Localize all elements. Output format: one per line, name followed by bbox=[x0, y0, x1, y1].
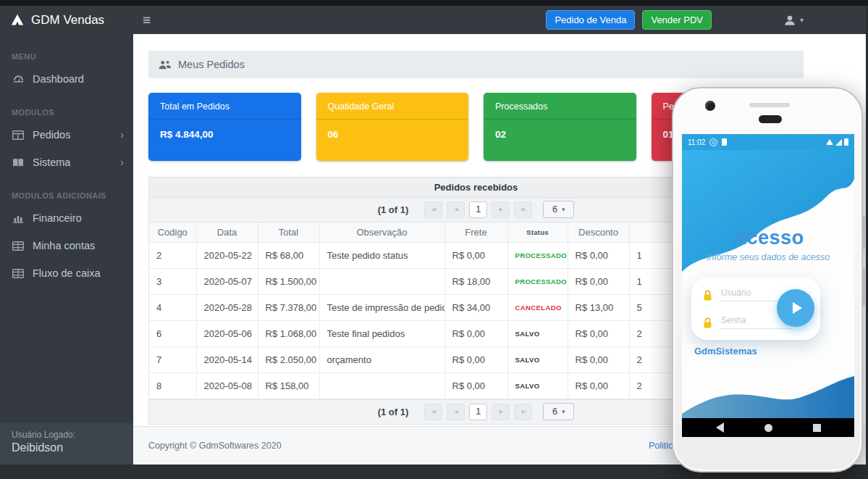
table-cell: R$ 0,00 bbox=[444, 373, 507, 399]
column-header-codigo: Codigo bbox=[149, 222, 196, 243]
table-cell: R$ 68,00 bbox=[258, 243, 319, 269]
column-header-observa-o: Observação bbox=[319, 222, 444, 243]
phone-camera bbox=[705, 101, 715, 111]
sidebar-item-financeiro[interactable]: Financeiro bbox=[0, 204, 133, 232]
logged-user-panel: Usuário Logado: Deibidson bbox=[0, 423, 133, 465]
android-back-button[interactable] bbox=[716, 422, 724, 433]
lock-icon bbox=[703, 317, 712, 329]
sidebar-item-label: Sistema bbox=[33, 157, 70, 168]
paginator-label: (1 of 1) bbox=[378, 204, 409, 215]
stat-card-title: Processados bbox=[484, 93, 636, 120]
table-cell: CANCELADO bbox=[507, 295, 568, 321]
copyright-text: Copyright © GdmSoftwares 2020 bbox=[148, 441, 282, 451]
table-cell: R$ 2.050,00 bbox=[258, 347, 319, 373]
sidebar-item-label: Pedidos bbox=[33, 129, 70, 141]
column-header-data: Data bbox=[196, 222, 258, 243]
users-icon bbox=[159, 59, 172, 70]
sidebar-item-dashboard[interactable]: Dashboard bbox=[0, 65, 133, 93]
phone-screen: 11:02 G Acesso Informe seus dados de ace… bbox=[682, 134, 854, 437]
table-cell: 2020-05-28 bbox=[196, 295, 258, 321]
page-last-button[interactable]: ▶| bbox=[514, 404, 532, 420]
login-submit-button[interactable] bbox=[777, 289, 814, 327]
bottom-wave-graphic bbox=[682, 376, 854, 418]
page-title: Meus Pedidos bbox=[178, 59, 245, 70]
table-cell: 2020-05-14 bbox=[196, 347, 258, 373]
table-cell: 6 bbox=[149, 321, 196, 347]
chevron-down-icon: ▾ bbox=[562, 206, 565, 213]
table-cell bbox=[319, 269, 444, 295]
chevron-down-icon: ▾ bbox=[800, 16, 804, 24]
signal-icon bbox=[835, 139, 842, 146]
play-icon bbox=[793, 302, 802, 314]
gdm-logo-icon bbox=[9, 12, 25, 28]
table-cell: R$ 0,00 bbox=[568, 373, 629, 399]
phone-mockup: 11:02 G Acesso Informe seus dados de ace… bbox=[672, 87, 863, 472]
page-size-select[interactable]: 6▾ bbox=[543, 403, 574, 420]
table-cell: R$ 18,00 bbox=[444, 269, 507, 295]
pedido-de-venda-button[interactable]: Pedido de Venda bbox=[546, 10, 635, 30]
sidebar-item-minha-contas[interactable]: Minha contas bbox=[0, 232, 133, 259]
page-prev-button[interactable]: ◀ bbox=[447, 201, 465, 218]
acesso-title: Acesso bbox=[682, 227, 854, 249]
hamburger-menu-icon[interactable]: ≡ bbox=[143, 13, 151, 27]
grid-icon bbox=[12, 269, 25, 278]
stat-card-value: 06 bbox=[316, 120, 469, 149]
logged-user-name: Deibidson bbox=[12, 441, 122, 454]
table-cell: R$ 13,00 bbox=[568, 295, 629, 321]
table-icon bbox=[12, 130, 25, 140]
sidebar-item-label: Fluxo de caixa bbox=[33, 267, 101, 279]
logged-user-label: Usuário Logado: bbox=[12, 430, 122, 440]
user-icon bbox=[783, 13, 797, 28]
vender-pdv-button[interactable]: Vender PDV bbox=[642, 10, 712, 30]
page-next-button[interactable]: ▶ bbox=[492, 404, 510, 420]
chevron-right-icon: › bbox=[120, 157, 124, 168]
android-recents-button[interactable] bbox=[813, 424, 821, 432]
page-next-button[interactable]: ▶ bbox=[492, 201, 510, 218]
table-cell: Teste de impressão de pedido bbox=[319, 295, 444, 321]
table-cell: R$ 0,00 bbox=[444, 321, 507, 347]
sidebar-section-header: MODULOS ADICIONAIS bbox=[0, 183, 133, 204]
table-cell: 2020-05-06 bbox=[196, 321, 258, 347]
g-notification-icon: G bbox=[709, 138, 717, 146]
sidebar-section-header: MENU bbox=[0, 44, 133, 65]
phone-speaker bbox=[749, 103, 790, 107]
sidebar-section-header: MODULOS bbox=[0, 100, 133, 121]
top-navbar: GDM Vendas ≡ Pedido de VendaVender PDV ▾ bbox=[0, 6, 866, 34]
phone-volume-button bbox=[862, 268, 865, 306]
sidebar-item-fluxo-de-caixa[interactable]: Fluxo de caixa bbox=[0, 259, 133, 287]
page-size-select[interactable]: 6▾ bbox=[543, 201, 574, 218]
column-header-desconto: Desconto bbox=[568, 222, 629, 243]
chevron-right-icon: › bbox=[120, 129, 124, 141]
page-size-value: 6 bbox=[552, 407, 557, 417]
stat-card-2: Quatidade Geral06 bbox=[316, 93, 469, 161]
sidebar-item-pedidos[interactable]: Pedidos› bbox=[0, 121, 133, 149]
table-cell: 7 bbox=[149, 347, 196, 373]
status-time: 11:02 bbox=[688, 138, 705, 146]
page-number-button[interactable]: 1 bbox=[469, 201, 487, 218]
chart-icon bbox=[12, 214, 25, 223]
stat-card-title: Quatidade Geral bbox=[316, 93, 469, 120]
table-cell: R$ 7.378,00 bbox=[258, 295, 319, 321]
table-cell: Teste pedido status bbox=[319, 243, 444, 269]
android-home-button[interactable] bbox=[764, 424, 772, 432]
stat-card-1: Total em PedidosR$ 4.844,00 bbox=[148, 93, 301, 161]
brand[interactable]: GDM Vendas bbox=[0, 6, 133, 34]
sidebar: MENUDashboardMODULOSPedidos›Sistema›MODU… bbox=[0, 34, 133, 465]
table-cell: Teste final pedidos bbox=[319, 321, 444, 347]
table-cell: SALVO bbox=[507, 321, 568, 347]
page-first-button[interactable]: |◀ bbox=[424, 404, 442, 420]
frame-top-strip bbox=[0, 0, 868, 6]
wifi-icon bbox=[826, 139, 833, 145]
page-last-button[interactable]: ▶| bbox=[514, 201, 532, 218]
page-number-button[interactable]: 1 bbox=[469, 404, 487, 420]
android-nav-bar bbox=[682, 418, 854, 437]
stat-card-value: R$ 4.844,00 bbox=[148, 120, 301, 149]
table-cell: R$ 1.068,00 bbox=[258, 321, 319, 347]
table-cell: R$ 0,00 bbox=[444, 347, 507, 373]
page-prev-button[interactable]: ◀ bbox=[447, 404, 465, 420]
sidebar-item-sistema[interactable]: Sistema› bbox=[0, 149, 133, 176]
page-first-button[interactable]: |◀ bbox=[424, 201, 442, 218]
phone-status-bar: 11:02 G bbox=[682, 134, 854, 150]
column-header-status: Status bbox=[507, 222, 568, 243]
user-menu[interactable]: ▾ bbox=[783, 13, 804, 28]
